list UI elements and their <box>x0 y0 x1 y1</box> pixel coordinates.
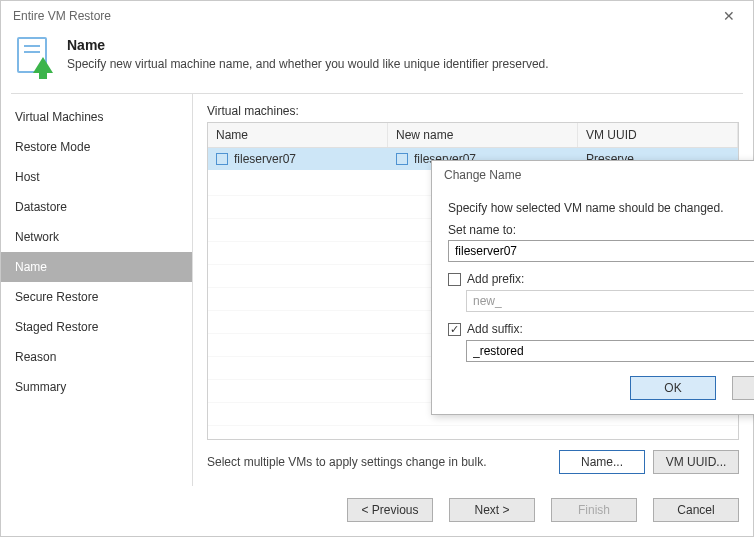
window-title: Entire VM Restore <box>13 9 713 23</box>
add-prefix-checkbox[interactable] <box>448 273 461 286</box>
sidebar-item-name[interactable]: Name <box>1 252 192 282</box>
cell-name: fileserver07 <box>234 152 296 166</box>
sidebar-item-virtual-machines[interactable]: Virtual Machines <box>1 102 192 132</box>
grid-header: Name New name VM UUID <box>208 123 738 148</box>
sidebar-item-datastore[interactable]: Datastore <box>1 192 192 222</box>
add-prefix-label: Add prefix: <box>467 272 524 286</box>
dialog-cancel-button[interactable]: Cancel <box>732 376 754 400</box>
dialog-ok-button[interactable]: OK <box>630 376 716 400</box>
vm-icon <box>216 153 228 165</box>
set-name-label: Set name to: <box>448 223 754 237</box>
finish-button: Finish <box>551 498 637 522</box>
page-subtitle: Specify new virtual machine name, and wh… <box>67 57 549 71</box>
previous-button[interactable]: < Previous <box>347 498 433 522</box>
name-button[interactable]: Name... <box>559 450 645 474</box>
close-icon[interactable]: ✕ <box>713 8 745 24</box>
below-grid: Select multiple VMs to apply settings ch… <box>207 450 739 474</box>
vm-icon <box>396 153 408 165</box>
restore-vm-icon <box>17 37 53 81</box>
sidebar-item-staged-restore[interactable]: Staged Restore <box>1 312 192 342</box>
bulk-hint: Select multiple VMs to apply settings ch… <box>207 455 559 469</box>
dialog-title: Change Name <box>444 168 754 182</box>
suffix-input[interactable] <box>466 340 754 362</box>
col-name[interactable]: Name <box>208 123 388 147</box>
cancel-button[interactable]: Cancel <box>653 498 739 522</box>
next-button[interactable]: Next > <box>449 498 535 522</box>
sidebar-item-restore-mode[interactable]: Restore Mode <box>1 132 192 162</box>
add-suffix-checkbox[interactable] <box>448 323 461 336</box>
header-text: Name Specify new virtual machine name, a… <box>67 37 549 71</box>
wizard-sidebar: Virtual Machines Restore Mode Host Datas… <box>1 94 193 486</box>
vm-uuid-button[interactable]: VM UUID... <box>653 450 739 474</box>
change-name-dialog: Change Name ✕ Specify how selected VM na… <box>431 160 754 415</box>
sidebar-item-reason[interactable]: Reason <box>1 342 192 372</box>
add-prefix-row[interactable]: Add prefix: <box>448 272 754 286</box>
col-new-name[interactable]: New name <box>388 123 578 147</box>
sidebar-item-host[interactable]: Host <box>1 162 192 192</box>
titlebar: Entire VM Restore ✕ <box>1 1 753 31</box>
prefix-input <box>466 290 754 312</box>
set-name-input[interactable] <box>448 240 754 262</box>
wizard-footer: < Previous Next > Finish Cancel <box>1 486 753 536</box>
content-area: Virtual machines: Name New name VM UUID … <box>193 94 753 486</box>
sidebar-item-network[interactable]: Network <box>1 222 192 252</box>
sidebar-item-secure-restore[interactable]: Secure Restore <box>1 282 192 312</box>
col-uuid[interactable]: VM UUID <box>578 123 738 147</box>
sidebar-item-summary[interactable]: Summary <box>1 372 192 402</box>
grid-label: Virtual machines: <box>207 104 739 118</box>
add-suffix-row[interactable]: Add suffix: <box>448 322 754 336</box>
page-title: Name <box>67 37 549 53</box>
add-suffix-label: Add suffix: <box>467 322 523 336</box>
dialog-titlebar: Change Name ✕ <box>432 161 754 189</box>
window-root: Entire VM Restore ✕ Name Specify new vir… <box>0 0 754 537</box>
header: Name Specify new virtual machine name, a… <box>1 31 753 93</box>
dialog-desc: Specify how selected VM name should be c… <box>448 201 754 215</box>
